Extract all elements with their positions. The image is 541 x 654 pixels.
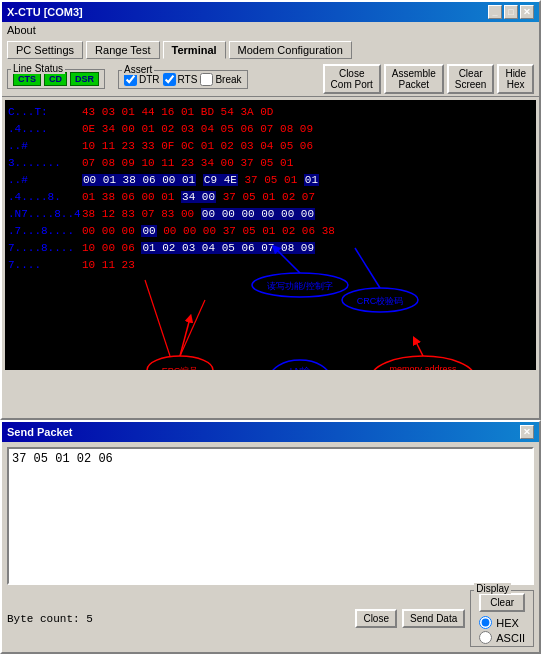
hex-label: HEX: [496, 617, 519, 629]
close-com-button[interactable]: CloseCom Port: [323, 64, 381, 94]
status-row: Line Status CTS CD DSR Assert DTR RTS Br…: [2, 62, 539, 97]
svg-point-3: [342, 288, 418, 312]
break-checkbox-row: Break: [200, 73, 241, 86]
terminal-line-4: ..# 00 01 38 06 00 01 C9 4E 37 05 01 01: [8, 171, 533, 188]
svg-line-16: [145, 280, 170, 356]
svg-text:LN输: LN输: [290, 366, 311, 370]
svg-text:EPC编号: EPC编号: [162, 366, 199, 370]
send-data-button[interactable]: Send Data: [402, 609, 465, 628]
maximize-button[interactable]: □: [504, 5, 518, 19]
ascii-radio[interactable]: [479, 631, 492, 644]
dialog-title-bar: Send Packet ✕: [2, 422, 539, 442]
dialog-footer: Byte count: 5 Close Send Data Display Cl…: [7, 590, 534, 647]
title-bar-buttons: _ □ ✕: [488, 5, 534, 19]
title-bar: X-CTU [COM3] _ □ ✕: [2, 2, 539, 22]
terminal-line-6: .N7....8..4 38 12 83 07 83 00 00 00 00 0…: [8, 205, 533, 222]
svg-point-0: [252, 273, 348, 297]
rts-checkbox-row: RTS: [163, 73, 198, 86]
svg-point-6: [147, 356, 213, 370]
terminal-line-7: .7...8.... 00 00 00 00 00 00 00 37 05 01…: [8, 222, 533, 239]
display-group-label: Display: [474, 583, 511, 594]
terminal-line-3: 3....... 07 08 09 10 11 23 34 00 37 05 0…: [8, 154, 533, 171]
terminal-area[interactable]: C...T: 43 03 01 44 16 01 BD 54 3A 0D .4.…: [5, 100, 536, 370]
ascii-radio-row: ASCII: [479, 631, 525, 644]
terminal-line-9: 7.... 10 11 23: [8, 256, 533, 273]
hide-hex-button[interactable]: HideHex: [497, 64, 534, 94]
send-packet-dialog: Send Packet ✕ 37 05 01 02 06 Byte count:…: [0, 420, 541, 654]
line-status-label: Line Status: [11, 63, 65, 74]
assert-label: Assert: [122, 64, 154, 75]
svg-text:读写功能/控制字: 读写功能/控制字: [267, 281, 333, 291]
tab-modem-config[interactable]: Modem Configuration: [229, 41, 352, 59]
assemble-packet-button[interactable]: AssemblePacket: [384, 64, 444, 94]
close-dialog-button[interactable]: Close: [355, 609, 397, 628]
ascii-label: ASCII: [496, 632, 525, 644]
menu-bar: About: [2, 22, 539, 38]
cts-led: CTS: [13, 72, 41, 86]
main-window: X-CTU [COM3] _ □ ✕ About PC Settings Ran…: [0, 0, 541, 420]
action-buttons: CloseCom Port AssemblePacket ClearScreen…: [323, 64, 534, 94]
terminal-line-8: 7....8.... 10 00 06 01 02 03 04 05 06 07…: [8, 239, 533, 256]
clear-screen-button[interactable]: ClearScreen: [447, 64, 495, 94]
dialog-close-icon[interactable]: ✕: [520, 425, 534, 439]
byte-count-value: 5: [86, 613, 93, 625]
hex-radio[interactable]: [479, 616, 492, 629]
minimize-button[interactable]: _: [488, 5, 502, 19]
svg-point-12: [371, 356, 475, 370]
svg-point-9: [270, 360, 330, 370]
clear-button[interactable]: Clear: [479, 593, 525, 612]
rts-label: RTS: [178, 74, 198, 85]
terminal-line-0: C...T: 43 03 01 44 16 01 BD 54 3A 0D: [8, 103, 533, 120]
dtr-label: DTR: [139, 74, 160, 85]
break-checkbox[interactable]: [200, 73, 213, 86]
tab-range-test[interactable]: Range Test: [86, 41, 159, 59]
menu-about[interactable]: About: [7, 24, 36, 36]
hex-radio-row: HEX: [479, 616, 525, 629]
packet-input[interactable]: 37 05 01 02 06: [7, 447, 534, 585]
terminal-line-2: ..# 10 11 23 33 0F 0C 01 02 03 04 05 06: [8, 137, 533, 154]
rts-checkbox[interactable]: [163, 73, 176, 86]
display-group: Display Clear HEX ASCII: [470, 590, 534, 647]
dialog-buttons: Close Send Data Display Clear HEX ASCII: [355, 590, 534, 647]
line-status-group: Line Status CTS CD DSR: [7, 69, 105, 89]
terminal-line-1: .4.... 0E 34 00 01 02 03 04 05 06 07 08 …: [8, 120, 533, 137]
svg-line-15: [415, 340, 423, 356]
svg-text:memory address: memory address: [389, 364, 457, 370]
tab-pc-settings[interactable]: PC Settings: [7, 41, 83, 59]
byte-count-area: Byte count: 5: [7, 613, 93, 625]
svg-line-17: [180, 300, 205, 356]
dsr-led: DSR: [70, 72, 99, 86]
svg-text:CRC校验码: CRC校验码: [357, 296, 404, 306]
byte-count-label: Byte count:: [7, 613, 80, 625]
dialog-content: 37 05 01 02 06 Byte count: 5 Close Send …: [2, 442, 539, 652]
tab-bar: PC Settings Range Test Terminal Modem Co…: [2, 38, 539, 62]
dialog-title-text: Send Packet: [7, 426, 72, 438]
terminal-line-5: .4....8. 01 38 06 00 01 34 00 37 05 01 0…: [8, 188, 533, 205]
tab-terminal[interactable]: Terminal: [163, 41, 226, 59]
break-label: Break: [215, 74, 241, 85]
svg-line-8: [180, 318, 190, 356]
assert-group: Assert DTR RTS Break: [118, 70, 248, 89]
close-window-button[interactable]: ✕: [520, 5, 534, 19]
window-title: X-CTU [COM3]: [7, 6, 83, 18]
cd-led: CD: [44, 72, 67, 86]
